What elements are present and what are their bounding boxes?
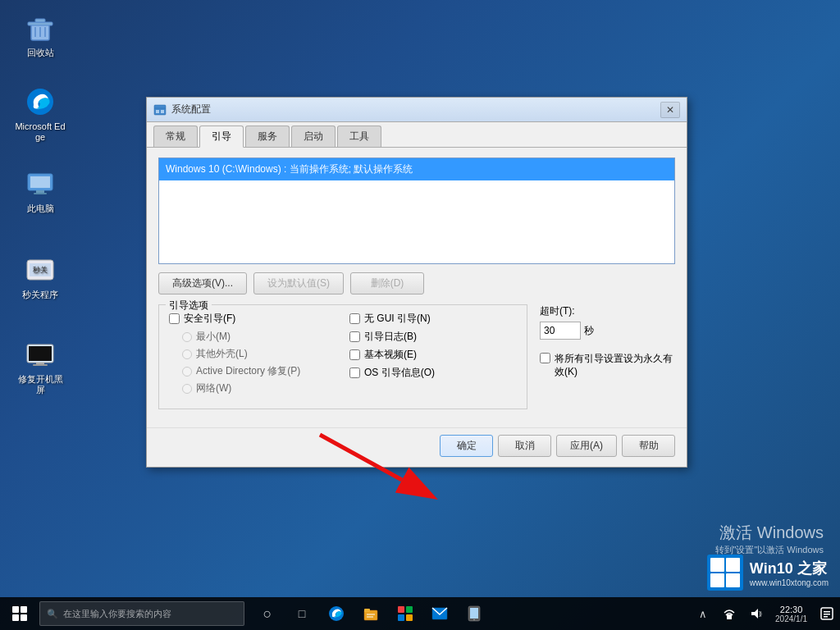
safe-boot-label[interactable]: 安全引导(F) — [184, 312, 235, 326]
network-icon[interactable] — [716, 597, 742, 630]
expand-tray-button[interactable]: ∧ — [690, 597, 716, 630]
watermark-title: 激活 Windows — [715, 522, 824, 544]
svg-rect-2 — [35, 19, 45, 22]
computer-label: 此电脑 — [27, 203, 54, 214]
task-manager-button[interactable]: □ — [285, 597, 318, 630]
ok-button[interactable]: 确定 — [440, 435, 493, 457]
taskbar-tablet-button[interactable] — [458, 597, 491, 630]
other-shell-radio[interactable] — [182, 349, 192, 359]
set-default-button[interactable]: 设为默认值(S) — [253, 272, 344, 294]
timeout-section: 超时(T): 秒 将所有引导设置设为永久有效(K) — [540, 304, 675, 382]
delete-button[interactable]: 删除(D) — [350, 272, 424, 294]
network-radio[interactable] — [182, 384, 192, 394]
windows-watermark: 激活 Windows 转到"设置"以激活 Windows — [715, 522, 824, 556]
recycle-bin-icon[interactable]: 回收站 — [11, 8, 69, 62]
date-display: 2024/1/1 — [775, 614, 807, 623]
win10-badge-logo — [707, 555, 743, 591]
os-boot-info-label[interactable]: OS 引导信息(O) — [364, 366, 435, 380]
tab-tools[interactable]: 工具 — [337, 126, 381, 147]
quickapp-icon[interactable]: 秒关 秒关程序 — [11, 250, 69, 304]
svg-rect-21 — [710, 573, 724, 587]
no-gui-label[interactable]: 无 GUI 引导(N) — [364, 312, 431, 326]
ad-repair-option: Active Directory 修复(P) — [182, 364, 336, 378]
other-shell-option: 其他外壳(L) — [182, 347, 336, 361]
svg-rect-20 — [726, 558, 740, 572]
svg-text:): ) — [760, 610, 762, 617]
time-display: 22:30 — [775, 605, 807, 614]
help-button[interactable]: 帮助 — [622, 435, 675, 457]
keep-all-label[interactable]: 将所有引导设置设为永久有效(K) — [555, 353, 675, 378]
apply-button[interactable]: 应用(A) — [556, 435, 617, 457]
timeout-label: 超时(T): — [540, 304, 675, 318]
win10-badge: Win10 之家 www.win10xtong.com — [707, 555, 829, 591]
basic-video-option: 基本视频(E) — [349, 348, 517, 362]
os-boot-info-checkbox[interactable] — [349, 368, 360, 378]
tab-services[interactable]: 服务 — [245, 126, 290, 147]
os-list-item[interactable]: Windows 10 (C:\Windows) : 当前操作系统; 默认操作系统 — [159, 158, 674, 180]
search-box[interactable]: 🔍 在这里输入你要搜索的内容 — [39, 601, 244, 626]
dialog-footer: 确定 取消 应用(A) 帮助 — [147, 427, 687, 467]
taskbar-mail-button[interactable] — [423, 597, 456, 630]
fixscreen-icon[interactable]: 修复开机黑屏 — [11, 335, 69, 399]
clock-area[interactable]: 22:30 2024/1/1 — [769, 605, 814, 623]
minimal-radio[interactable] — [182, 332, 192, 342]
taskbar-store-button[interactable] — [389, 597, 422, 630]
no-gui-checkbox[interactable] — [349, 313, 360, 324]
svg-rect-19 — [710, 558, 724, 572]
ad-repair-label: Active Directory 修复(P) — [196, 364, 300, 378]
task-view-button[interactable]: ○ — [251, 597, 284, 630]
search-icon: 🔍 — [47, 609, 58, 619]
svg-rect-31 — [364, 609, 370, 612]
keep-all-checkbox[interactable] — [540, 353, 550, 363]
safe-boot-option: 安全引导(F) — [169, 312, 336, 326]
svg-rect-33 — [367, 616, 373, 618]
svg-rect-37 — [406, 614, 413, 621]
volume-icon[interactable]: ) ) — [742, 597, 769, 630]
cancel-button[interactable]: 取消 — [498, 435, 551, 457]
advanced-options-button[interactable]: 高级选项(V)... — [158, 272, 247, 294]
basic-video-checkbox[interactable] — [349, 349, 360, 360]
network-label: 网络(W) — [196, 381, 231, 395]
taskbar-edge-button[interactable] — [320, 597, 353, 630]
svg-rect-8 — [30, 176, 50, 188]
svg-rect-17 — [33, 364, 48, 366]
svg-rect-42 — [727, 614, 732, 619]
tab-startup[interactable]: 启动 — [291, 126, 336, 147]
timeout-input[interactable] — [540, 322, 581, 340]
start-logo — [12, 606, 27, 621]
boot-left-col: 安全引导(F) 最小(M) 其他外壳(L) Active Direct — [169, 312, 336, 399]
svg-rect-40 — [470, 608, 478, 619]
safe-boot-checkbox[interactable] — [169, 313, 180, 324]
svg-rect-47 — [824, 611, 830, 613]
start-button[interactable] — [0, 597, 39, 630]
network-option: 网络(W) — [182, 381, 336, 395]
taskbar-explorer-button[interactable] — [354, 597, 387, 630]
timeout-unit: 秒 — [584, 324, 594, 338]
keep-all-option: 将所有引导设置设为永久有效(K) — [540, 353, 675, 378]
ad-repair-radio[interactable] — [182, 367, 192, 377]
minimal-option: 最小(M) — [182, 330, 336, 344]
svg-rect-25 — [156, 110, 159, 113]
tab-boot[interactable]: 引导 — [199, 126, 244, 148]
svg-rect-1 — [28, 22, 52, 25]
edge-icon[interactable]: Microsoft Edge — [11, 82, 69, 146]
fixscreen-label: 修复开机黑屏 — [15, 374, 66, 395]
system-config-dialog: 系统配置 ✕ 常规 引导 服务 启动 工具 Windows 10 (C:\Win… — [146, 97, 687, 468]
computer-icon[interactable]: 此电脑 — [11, 164, 69, 217]
os-boot-info-option: OS 引导信息(O) — [349, 366, 517, 380]
boot-log-checkbox[interactable] — [349, 331, 360, 342]
tab-general[interactable]: 常规 — [153, 126, 198, 147]
svg-rect-26 — [161, 110, 164, 113]
action-center-button[interactable] — [814, 597, 840, 630]
svg-rect-35 — [406, 606, 413, 613]
boot-log-label[interactable]: 引导日志(B) — [364, 330, 417, 344]
taskbar-right: ∧ ) ) 22:30 2024/1/1 — [690, 597, 840, 630]
boot-options-cols: 安全引导(F) 最小(M) 其他外壳(L) Active Direct — [169, 312, 517, 399]
dialog-close-button[interactable]: ✕ — [660, 102, 680, 118]
edge-label: Microsoft Edge — [15, 121, 66, 143]
dialog-tab-bar: 常规 引导 服务 启动 工具 — [147, 122, 687, 148]
basic-video-label[interactable]: 基本视频(E) — [364, 348, 417, 362]
svg-rect-22 — [726, 573, 740, 587]
action-buttons-row: 高级选项(V)... 设为默认值(S) 删除(D) — [158, 272, 675, 294]
os-listbox[interactable]: Windows 10 (C:\Windows) : 当前操作系统; 默认操作系统 — [158, 158, 675, 264]
